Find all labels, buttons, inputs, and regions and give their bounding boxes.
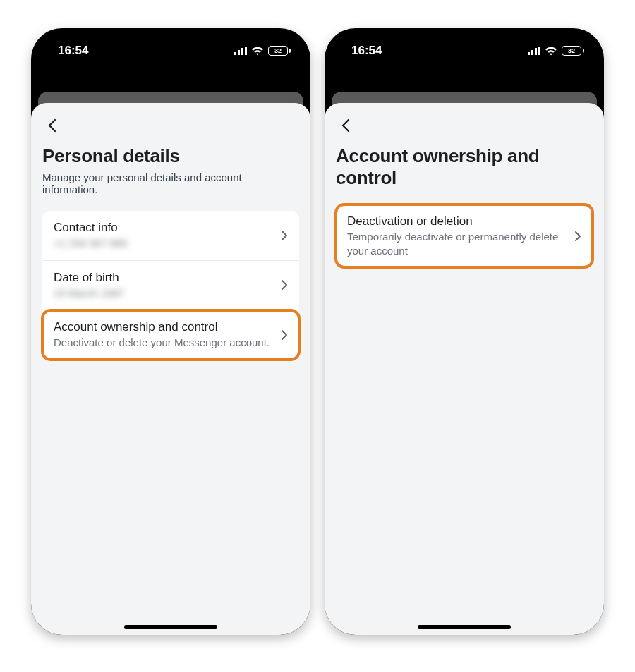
battery-pct: 32 xyxy=(274,48,282,54)
chevron-right-icon xyxy=(574,231,581,242)
svg-rect-0 xyxy=(234,52,236,55)
page-title: Account ownership and control xyxy=(336,145,593,189)
battery-indicator: 32 xyxy=(268,46,291,56)
signal-icon xyxy=(234,47,247,55)
highlight-box: Deactivation or deletion Temporarily dea… xyxy=(336,204,593,267)
home-indicator[interactable] xyxy=(124,625,217,629)
row-title: Contact info xyxy=(54,221,274,235)
settings-card: Contact info +1 234 567 890 Date of birt… xyxy=(42,211,299,360)
chevron-right-icon xyxy=(281,329,288,341)
row-title: Date of birth xyxy=(54,271,274,285)
row-contact-info[interactable]: Contact info +1 234 567 890 xyxy=(42,211,299,261)
wifi-icon xyxy=(545,47,557,56)
status-bar: 16:54 32 xyxy=(31,28,310,66)
battery-pct: 32 xyxy=(568,48,575,54)
row-sub-blurred: 19 March 1987 xyxy=(54,286,274,300)
row-deactivation-deletion[interactable]: Deactivation or deletion Temporarily dea… xyxy=(336,204,593,267)
chevron-left-icon xyxy=(47,118,57,133)
svg-rect-3 xyxy=(245,47,247,55)
svg-rect-6 xyxy=(535,48,537,55)
row-title: Account ownership and control xyxy=(54,320,274,334)
row-account-ownership[interactable]: Account ownership and control Deactivate… xyxy=(42,310,299,360)
status-time: 16:54 xyxy=(351,44,382,58)
signal-icon xyxy=(528,47,540,55)
chevron-right-icon xyxy=(281,279,288,291)
home-indicator[interactable] xyxy=(418,625,511,629)
svg-rect-4 xyxy=(528,52,530,55)
page-subtitle: Manage your personal details and account… xyxy=(42,171,299,195)
svg-rect-1 xyxy=(238,50,240,55)
status-right: 32 xyxy=(234,46,291,56)
chevron-left-icon xyxy=(341,118,351,133)
svg-rect-5 xyxy=(531,50,533,55)
row-sub: Temporarily deactivate or permanently de… xyxy=(347,230,567,257)
battery-indicator: 32 xyxy=(562,46,584,56)
row-sub-blurred: +1 234 567 890 xyxy=(54,236,274,250)
sheet: Account ownership and control Deactivati… xyxy=(325,103,604,635)
status-right: 32 xyxy=(528,46,584,56)
row-sub: Deactivate or delete your Messenger acco… xyxy=(54,336,274,350)
phone-left: 16:54 32 Personal details Manage your pe… xyxy=(31,28,310,635)
svg-rect-2 xyxy=(241,48,243,55)
status-bar: 16:54 32 xyxy=(325,28,604,66)
row-title: Deactivation or deletion xyxy=(347,214,567,228)
phone-right: 16:54 32 Account ownership and control D… xyxy=(325,28,604,635)
status-time: 16:54 xyxy=(58,44,88,58)
page-title: Personal details xyxy=(42,145,299,167)
chevron-right-icon xyxy=(281,230,288,241)
row-date-of-birth[interactable]: Date of birth 19 March 1987 xyxy=(42,261,299,311)
wifi-icon xyxy=(251,47,264,56)
back-button[interactable] xyxy=(336,116,356,135)
back-button[interactable] xyxy=(42,116,62,135)
sheet: Personal details Manage your personal de… xyxy=(31,103,310,635)
highlight-box: Account ownership and control Deactivate… xyxy=(42,310,299,360)
svg-rect-7 xyxy=(538,47,540,55)
